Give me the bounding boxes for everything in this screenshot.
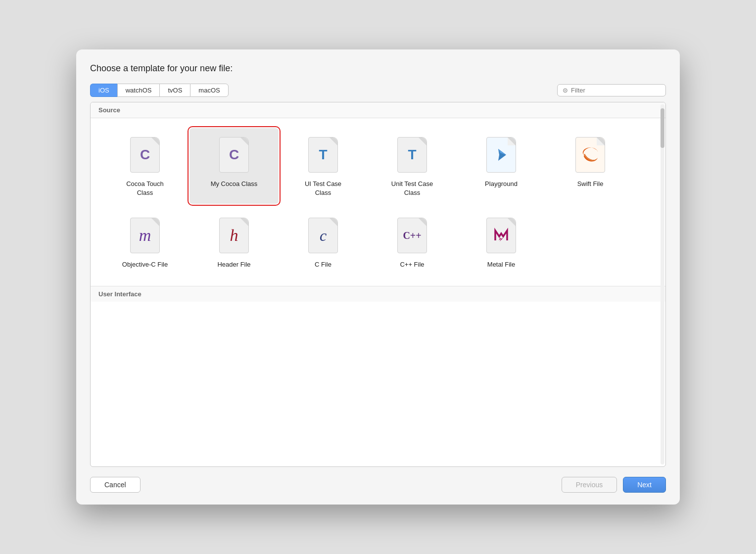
- item-cocoa-touch-class[interactable]: C Cocoa TouchClass: [100, 128, 189, 204]
- scrollbar-track[interactable]: [661, 104, 664, 464]
- footer-right: Previous Next: [562, 477, 666, 493]
- unit-test-case-class-label: Unit Test CaseClass: [391, 180, 433, 197]
- user-interface-section-header: User Interface: [91, 286, 665, 302]
- header-file-icon: h: [217, 216, 251, 255]
- my-cocoa-class-icon: C: [217, 135, 251, 175]
- filter-icon: ⊜: [563, 87, 568, 94]
- header-file-label: Header File: [217, 260, 250, 269]
- swift-file-icon: [573, 135, 608, 175]
- tab-tvos[interactable]: tvOS: [159, 84, 190, 97]
- dialog-footer: Cancel Previous Next: [90, 477, 666, 493]
- ui-test-case-class-label: UI Test CaseClass: [305, 180, 341, 197]
- content-area: Source C Cocoa TouchClass C My Cocoa C: [90, 102, 666, 467]
- item-header-file[interactable]: h Header File: [189, 209, 279, 276]
- objective-c-file-label: Objective-C File: [122, 260, 168, 269]
- source-section-header: Source: [91, 102, 665, 118]
- previous-button[interactable]: Previous: [562, 477, 617, 493]
- next-button[interactable]: Next: [623, 477, 666, 493]
- cpp-file-label: C++ File: [400, 260, 424, 269]
- source-items-grid: C Cocoa TouchClass C My Cocoa Class: [91, 118, 665, 286]
- tab-macos[interactable]: macOS: [190, 84, 228, 97]
- c-file-label: C File: [315, 260, 331, 269]
- swift-file-label: Swift File: [577, 180, 604, 188]
- objective-c-file-icon: m: [128, 216, 162, 255]
- dialog-title: Choose a template for your new file:: [90, 63, 666, 74]
- item-metal-file[interactable]: Metal File: [457, 209, 546, 276]
- new-file-dialog: Choose a template for your new file: iOS…: [76, 49, 680, 505]
- platform-tabs: iOS watchOS tvOS macOS: [90, 84, 229, 97]
- ui-test-case-class-icon: T: [306, 135, 340, 175]
- my-cocoa-class-label: My Cocoa Class: [211, 180, 258, 188]
- item-cpp-file[interactable]: C++ C++ File: [368, 209, 457, 276]
- item-unit-test-case-class[interactable]: T Unit Test CaseClass: [368, 128, 457, 204]
- c-file-icon: c: [306, 216, 340, 255]
- item-playground[interactable]: Playground: [457, 128, 546, 204]
- tab-watchos[interactable]: watchOS: [117, 84, 160, 97]
- filter-input[interactable]: [571, 87, 661, 94]
- metal-file-label: Metal File: [487, 260, 515, 269]
- item-objective-c-file[interactable]: m Objective-C File: [100, 209, 189, 276]
- metal-file-icon: [484, 216, 519, 255]
- cpp-file-icon: C++: [395, 216, 429, 255]
- playground-icon: [484, 135, 519, 175]
- playground-label: Playground: [485, 180, 518, 188]
- cocoa-touch-class-label: Cocoa TouchClass: [126, 180, 164, 197]
- cocoa-touch-class-icon: C: [128, 135, 162, 175]
- tab-ios[interactable]: iOS: [90, 84, 117, 97]
- cancel-button[interactable]: Cancel: [90, 477, 141, 493]
- unit-test-case-class-icon: T: [395, 135, 429, 175]
- scrollbar-thumb[interactable]: [661, 108, 664, 148]
- item-ui-test-case-class[interactable]: T UI Test CaseClass: [279, 128, 368, 204]
- tabs-row: iOS watchOS tvOS macOS ⊜: [90, 84, 666, 97]
- item-swift-file[interactable]: Swift File: [546, 128, 635, 204]
- item-my-cocoa-class[interactable]: C My Cocoa Class: [189, 128, 279, 204]
- filter-box[interactable]: ⊜: [557, 84, 666, 96]
- footer-left: Cancel: [90, 477, 141, 493]
- item-c-file[interactable]: c C File: [279, 209, 368, 276]
